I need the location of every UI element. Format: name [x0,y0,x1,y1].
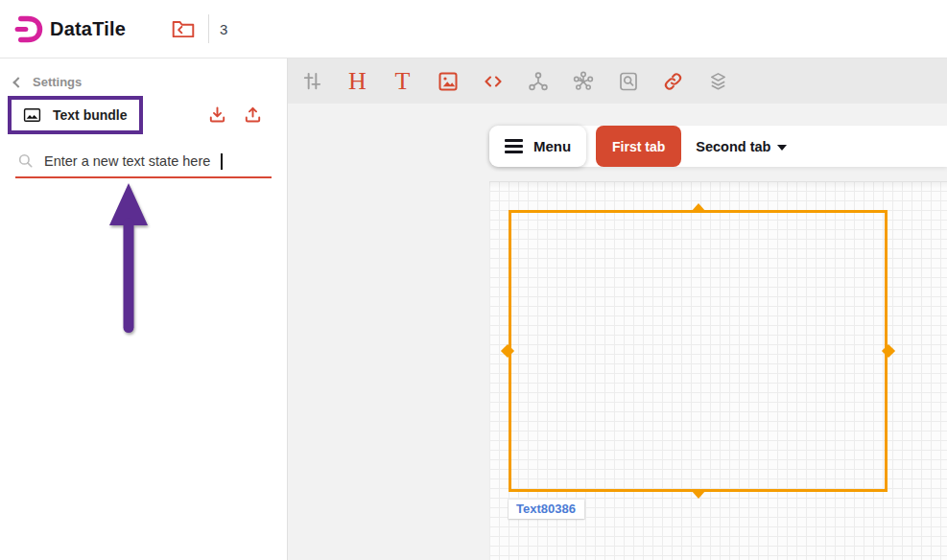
grid-canvas[interactable]: Text80386 [489,181,947,560]
text-widget-button[interactable]: T [380,58,425,104]
layers-button[interactable] [696,58,741,104]
link-button[interactable] [651,58,696,104]
text-cursor [221,153,223,170]
image-widget-button[interactable] [425,58,470,104]
search-icon [17,152,35,170]
widget-toolbar: H T [288,58,947,104]
chevron-left-icon [12,77,23,87]
new-text-state-input[interactable]: Enter a new text state here [15,149,272,178]
hamburger-icon [505,139,523,153]
chevron-down-icon [777,145,787,151]
widget-name-badge: Text80386 [509,500,584,519]
back-label: Settings [33,75,82,89]
search-widget-button[interactable] [605,58,651,104]
menu-button[interactable]: Menu [489,126,586,167]
heading-widget-button[interactable]: H [335,58,380,104]
cluster-button[interactable] [560,58,605,104]
search-box-icon [617,70,640,93]
code-widget-button[interactable] [470,58,515,104]
app-header: DataTile 3 [0,0,947,58]
text-widget-frame[interactable] [509,210,888,492]
tab-strip: Menu First tab Second tab [489,126,947,167]
collapse-folder-button[interactable] [170,16,196,42]
image-icon [437,70,460,93]
resize-handle-top[interactable] [691,203,706,212]
tune-icon [301,70,323,92]
text-bundle-item[interactable]: Text bundle [8,96,143,134]
link-icon [661,70,685,93]
resize-handle-right[interactable] [882,343,895,357]
main-area: H T [288,58,947,560]
datatile-logo-icon [13,13,45,45]
folder-back-icon [171,17,196,40]
input-value: Enter a new text state here [44,153,210,169]
code-icon [481,70,506,93]
settings-sidebar: Settings Text bundle [0,58,288,560]
back-to-settings[interactable]: Settings [0,58,287,89]
folder-count: 3 [220,21,227,37]
menu-label: Menu [533,138,571,154]
tune-button[interactable] [290,58,335,104]
tab-second[interactable]: Second tab [696,139,787,154]
upload-icon[interactable] [242,104,264,127]
layers-icon [707,70,729,93]
header-divider [208,14,209,43]
tab-first[interactable]: First tab [596,126,681,167]
tab-second-label: Second tab [696,139,770,154]
resize-handle-left[interactable] [501,343,514,357]
share-nodes-button[interactable] [515,58,560,104]
heading-icon: H [348,69,367,94]
image-thumbnail-icon [22,105,42,125]
resize-handle-bottom[interactable] [691,490,706,499]
text-bundle-label: Text bundle [53,107,128,123]
share-nodes-icon [527,70,550,93]
dashboard-content: Menu First tab Second tab Text80 [288,104,947,560]
cluster-icon [572,70,595,93]
tab-first-label: First tab [612,139,665,154]
app-logo[interactable]: DataTile [13,13,126,45]
app-name: DataTile [50,18,126,40]
download-icon[interactable] [206,104,228,127]
annotation-arrow-up [104,181,154,337]
text-icon: T [395,69,411,94]
